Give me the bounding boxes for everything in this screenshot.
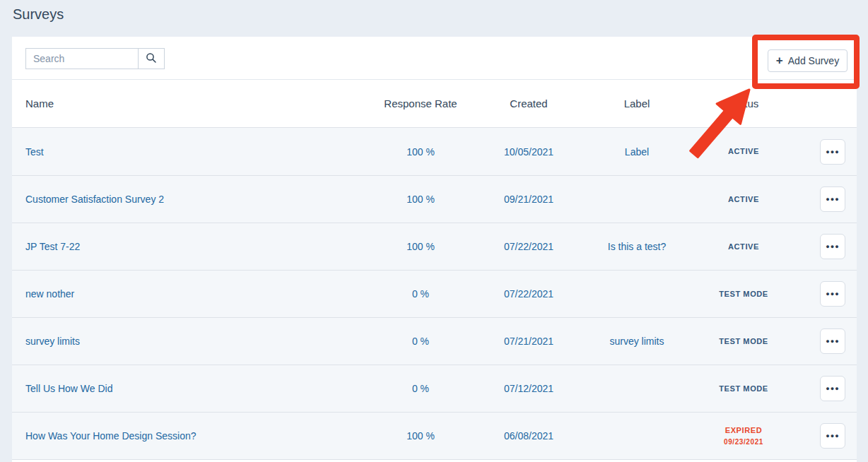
created-value: 07/21/2021 [474, 336, 584, 347]
table-end-divider [12, 459, 857, 462]
status-badge: ACTIVE [690, 146, 797, 158]
column-header-name[interactable]: Name [12, 97, 368, 109]
created-value: 09/21/2021 [474, 194, 584, 205]
survey-name-link[interactable]: new nother [25, 288, 74, 300]
table-row: How Was Your Home Design Session? 100 % … [12, 412, 857, 459]
created-value: 10/05/2021 [474, 146, 584, 158]
plus-icon: + [776, 54, 783, 66]
add-survey-label: Add Survey [788, 55, 839, 66]
row-menu-button[interactable]: ●●● [820, 186, 845, 212]
row-menu-button[interactable]: ●●● [820, 328, 845, 354]
row-menu-button[interactable]: ●●● [820, 376, 845, 401]
toolbar: + Add Survey [12, 37, 857, 80]
response-rate-value: 0 % [368, 336, 474, 347]
surveys-panel: + Add Survey Name Response Rate Created … [12, 37, 857, 462]
status-badge: EXPIRED09/23/2021 [690, 425, 797, 447]
created-value: 06/08/2021 [474, 430, 584, 442]
ellipsis-icon: ●●● [826, 432, 839, 439]
response-rate-value: 0 % [368, 288, 474, 300]
label-value: Is this a test? [584, 241, 690, 252]
search-input[interactable] [25, 48, 138, 69]
table-header: Name Response Rate Created Label Status [12, 80, 857, 127]
ellipsis-icon: ●●● [826, 385, 839, 392]
status-badge: TEST MODE [690, 383, 797, 395]
table-row: Tell Us How We Did 0 % 07/12/2021 TEST M… [12, 365, 857, 412]
status-badge: ACTIVE [690, 241, 797, 253]
ellipsis-icon: ●●● [826, 290, 839, 297]
created-value: 07/22/2021 [474, 288, 584, 300]
table-row: JP Test 7-22 100 % 07/22/2021 Is this a … [12, 223, 857, 270]
survey-name-link[interactable]: JP Test 7-22 [25, 241, 80, 252]
column-header-status[interactable]: Status [690, 97, 797, 109]
ellipsis-icon: ●●● [826, 243, 839, 250]
survey-name-link[interactable]: How Was Your Home Design Session? [25, 430, 197, 442]
column-header-label[interactable]: Label [584, 97, 690, 109]
survey-name-link[interactable]: Customer Satisfaction Survey 2 [25, 194, 164, 205]
status-badge: ACTIVE [690, 194, 797, 206]
label-value: survey limits [584, 336, 690, 347]
row-menu-button[interactable]: ●●● [820, 281, 845, 307]
search-icon [146, 52, 157, 66]
table-body: Test 100 % 10/05/2021 Label ACTIVE ●●● C… [12, 127, 857, 462]
label-value: Label [584, 146, 690, 158]
table-row: Customer Satisfaction Survey 2 100 % 09/… [12, 175, 857, 223]
status-badge: TEST MODE [690, 288, 797, 300]
search-group [25, 48, 165, 69]
search-button[interactable] [138, 48, 165, 69]
response-rate-value: 100 % [368, 194, 474, 205]
row-menu-button[interactable]: ●●● [820, 139, 845, 165]
response-rate-value: 100 % [368, 430, 474, 442]
ellipsis-icon: ●●● [826, 196, 839, 203]
add-survey-button[interactable]: + Add Survey [768, 49, 848, 72]
status-badge: TEST MODE [690, 336, 797, 348]
response-rate-value: 0 % [368, 383, 474, 394]
row-menu-button[interactable]: ●●● [820, 423, 845, 449]
row-menu-button[interactable]: ●●● [820, 234, 845, 259]
column-header-created[interactable]: Created [474, 97, 584, 109]
created-value: 07/12/2021 [474, 383, 584, 394]
survey-name-link[interactable]: Tell Us How We Did [25, 383, 112, 394]
table-row: new nother 0 % 07/22/2021 TEST MODE ●●● [12, 270, 857, 317]
table-row: survey limits 0 % 07/21/2021 survey limi… [12, 317, 857, 365]
column-header-response-rate[interactable]: Response Rate [368, 97, 474, 109]
created-value: 07/22/2021 [474, 241, 584, 252]
ellipsis-icon: ●●● [826, 338, 839, 345]
survey-name-link[interactable]: survey limits [25, 336, 80, 347]
response-rate-value: 100 % [368, 241, 474, 252]
page-title: Surveys [13, 6, 64, 23]
survey-name-link[interactable]: Test [25, 146, 44, 158]
ellipsis-icon: ●●● [826, 148, 839, 155]
table-row: Test 100 % 10/05/2021 Label ACTIVE ●●● [12, 128, 857, 175]
response-rate-value: 100 % [368, 146, 474, 158]
